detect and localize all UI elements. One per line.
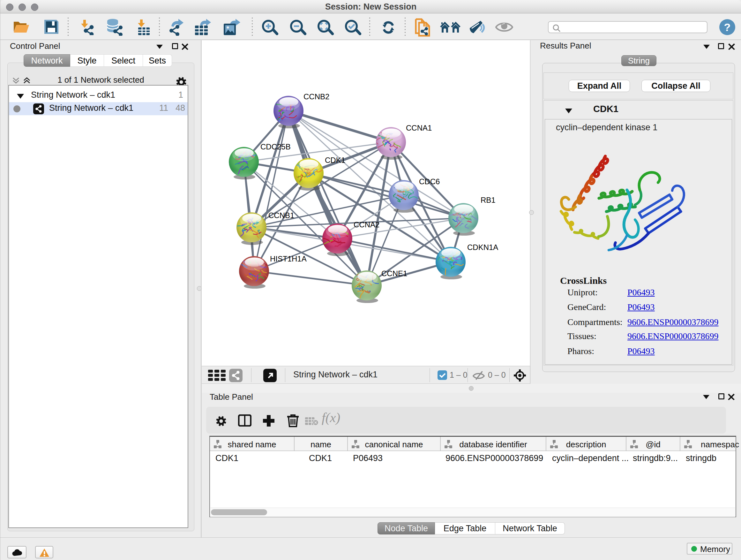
svg-text:HIST1H1A: HIST1H1A	[270, 254, 307, 263]
svg-text:CCNA2: CCNA2	[354, 220, 380, 229]
svg-text:CCNB1: CCNB1	[268, 211, 294, 220]
svg-text:CDC6: CDC6	[419, 177, 440, 186]
svg-text:CDC25B: CDC25B	[260, 142, 291, 151]
svg-text:?: ?	[724, 21, 731, 33]
svg-text:CDK1: CDK1	[325, 156, 345, 165]
svg-text:CCNE1: CCNE1	[381, 269, 407, 278]
svg-text:CCNA1: CCNA1	[406, 124, 432, 132]
svg-text:CCNB2: CCNB2	[304, 92, 329, 101]
svg-text:RB1: RB1	[481, 196, 495, 204]
svg-text:CDKN1A: CDKN1A	[467, 243, 498, 252]
